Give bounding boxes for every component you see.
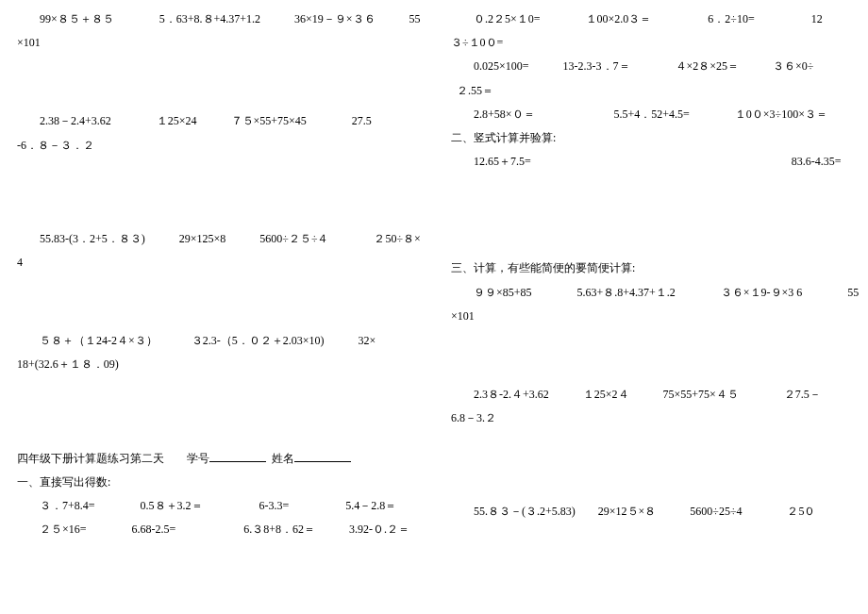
section-3-heading: 三、计算，有些能简便的要简便计算: <box>451 257 851 280</box>
calc-line: ×101 <box>17 31 417 55</box>
calc-line: 6.8－3.２ <box>451 407 851 430</box>
calc-line: 55.83-(3．2+5．８３) 29×125×8 5600÷２５÷４ ２50÷… <box>17 227 417 251</box>
calc-line: 18+(32.6＋１８．09) <box>17 353 417 376</box>
calc-line: 2.38－2.4+3.62 １25×24 ７５×55+75×45 27.5 <box>17 109 417 133</box>
calc-line: 99×８５＋８５ 5．63+8.８+4.37+1.2 36×19－９×３６ 55 <box>17 8 417 31</box>
calc-line: ０.2２5×１0= １00×2.0３＝ 6．2÷10= 12 <box>451 8 851 31</box>
calc-line: ２.55＝ <box>451 79 851 103</box>
calc-line: 4 <box>17 251 417 274</box>
worksheet-title: 四年级下册计算题练习第二天 <box>17 452 164 465</box>
calc-line: -6．８－３．２ <box>17 134 417 158</box>
calc-line: 2.8+58×０＝ 5.5+4．52+4.5= １0０×3÷100×３＝ <box>451 103 851 126</box>
student-name-label: 姓名 <box>272 452 294 465</box>
calc-line: ×101 <box>451 305 851 328</box>
student-id-label: 学号 <box>187 452 209 465</box>
calc-line: ２５×16= 6.68-2.5= 6.３8+8．62＝ 3.92-０.２＝ <box>17 518 417 541</box>
calc-line: 12.65＋7.5= 83.6-4.35= <box>451 150 851 174</box>
calc-line: 2.3８-2.４+3.62 １25×2４ 75×55+75×４５ ２7.5－ <box>451 383 851 407</box>
calc-line: ５８＋（１24-2４×３） ３2.3-（5．０２＋2.03×10) 32× <box>17 329 417 353</box>
section-1-heading: 一、直接写出得数: <box>17 471 417 494</box>
calc-line: ３÷１0０= <box>451 31 851 55</box>
calc-line: 55.８３－(３.2+5.83) 29×12５×８ 5600÷25÷4 ２5０ <box>451 500 851 523</box>
student-name-field[interactable] <box>294 450 351 462</box>
student-id-field[interactable] <box>209 450 266 462</box>
worksheet-title-line: 四年级下册计算题练习第二天 学号 姓名 <box>17 447 417 471</box>
section-2-heading: 二、竖式计算并验算: <box>451 126 851 150</box>
calc-line: ９９×85+85 5.63+８.8+4.37+１.2 ３６×１9-９×3 6 5… <box>451 281 851 305</box>
left-column: 99×８５＋８５ 5．63+8.８+4.37+1.2 36×19－９×３６ 55… <box>0 0 434 614</box>
calc-line: ３．7+8.4= 0.5８＋3.2＝ 6-3.3= 5.4－2.8＝ <box>17 494 417 518</box>
right-column: ０.2２5×１0= １00×2.0３＝ 6．2÷10= 12 ３÷１0０= 0.… <box>434 0 868 614</box>
calc-line: 0.025×100= 13-2.3-3．7＝ ４×2８×25＝ ３６×0÷ <box>451 55 851 78</box>
